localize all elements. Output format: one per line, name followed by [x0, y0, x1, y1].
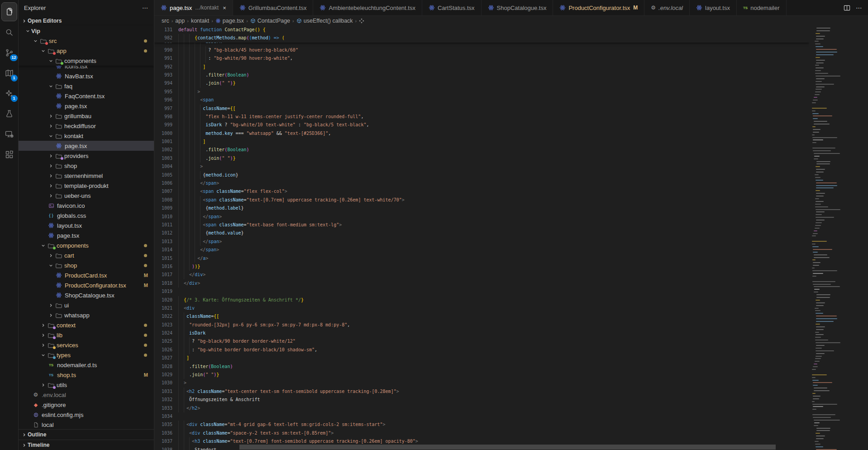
tree-item-globals-css[interactable]: { }globals.css [19, 211, 154, 220]
tree-item-label: eslint.config.mjs [42, 412, 83, 418]
tree-item-label: shop [64, 163, 77, 169]
tree-item-label: globals.css [57, 212, 86, 219]
react-file-icon [488, 5, 494, 11]
tree-item-page-tsx[interactable]: page.tsx [19, 141, 154, 151]
tree-item-components[interactable]: components [19, 56, 154, 66]
activitybar-item-chat[interactable]: 1 [1, 84, 17, 103]
tab-label: layout.tsx [705, 5, 730, 11]
tree-item-types[interactable]: types [19, 350, 154, 360]
tree-item-utils[interactable]: utils [19, 380, 154, 390]
tree-item-ueber-uns[interactable]: ueber-uns [19, 191, 154, 201]
tab-nodemailer[interactable]: TSnodemailer [737, 0, 787, 15]
tree-item-grillumbau[interactable]: grillumbau [19, 111, 154, 121]
tree-item-navbar-tsx[interactable]: NavBar.tsx [19, 71, 154, 81]
folder-icon [47, 381, 55, 388]
tree-item-page-tsx[interactable]: page.tsx [19, 230, 154, 240]
tree-item-gitignore[interactable]: ◆.gitignore [19, 400, 154, 410]
tree-item-layout-tsx[interactable]: layout.tsx [19, 220, 154, 230]
tree-item-app[interactable]: app [19, 46, 154, 56]
tree-item-shop[interactable]: shop [19, 161, 154, 171]
tree-item-vip[interactable]: Vip [19, 26, 154, 36]
indent-guides [178, 204, 205, 212]
tab-grillumbaucontent-tsx[interactable]: GrillumbauContent.tsx [233, 0, 314, 15]
tree-item-productcard-tsx[interactable]: ProductCard.tsxM [19, 270, 154, 280]
tree-item-kontakt[interactable]: kontakt [19, 131, 154, 141]
close-icon[interactable]: × [223, 5, 226, 11]
vertical-scrollbar[interactable] [863, 26, 868, 450]
tree-item-services[interactable]: services [19, 340, 154, 350]
breadcrumb-item-contactpage[interactable]: ContactPage [250, 18, 290, 24]
breadcrumb-item-page-tsx[interactable]: page.tsx [215, 18, 244, 24]
minimap-line [814, 422, 820, 423]
code-text: <span className="text-[0.7rem] uppercase… [203, 196, 405, 204]
activitybar-item-explorer[interactable] [1, 2, 17, 21]
tab-productconfigurator-tsx[interactable]: ProductConfigurator.tsxM [553, 0, 644, 15]
react-file-icon [429, 5, 435, 11]
tree-item-productconfigurator-tsx[interactable]: ProductConfigurator.tsxM [19, 280, 154, 290]
tree-item-label: lib [57, 332, 62, 339]
tree-item-shop-ts[interactable]: TSshop.tsM [19, 370, 154, 380]
code-editor[interactable]: 131default function ContactPage() {982{c… [154, 26, 809, 450]
minimap-line [816, 62, 824, 63]
tab-env-local[interactable]: ⚙.env.local [644, 0, 690, 15]
tab-page-tsx[interactable]: page.tsx.../kontakt× [154, 0, 233, 15]
activitybar-item-search[interactable] [1, 23, 17, 42]
code-line-1007: 1007<span className="flex flex-col"> [154, 187, 809, 196]
editor-more-actions-icon[interactable]: ⋯ [856, 4, 863, 11]
activitybar-item-map[interactable]: 1 [1, 63, 17, 82]
horizontal-scrollbar[interactable] [239, 445, 776, 450]
chevron-down-icon [39, 47, 47, 54]
more-actions-icon[interactable]: ⋯ [142, 5, 148, 11]
sticky-scroll-lines[interactable]: 131default function ContactPage() {982{c… [154, 26, 809, 43]
tree-item-shop[interactable]: shop [19, 260, 154, 270]
breadcrumb-item-kontakt[interactable]: kontakt [191, 18, 209, 24]
chevron-down-icon [47, 82, 54, 90]
split-editor-icon[interactable] [844, 5, 850, 11]
tree-item-eslint-config-mjs[interactable]: eslint.config.mjs [19, 410, 154, 420]
activitybar-item-remote[interactable] [1, 124, 17, 144]
tab-shopcatalogue-tsx[interactable]: ShopCatalogue.tsx [482, 0, 553, 15]
tree-item-heckdiffusor[interactable]: heckdiffusor [19, 121, 154, 131]
tree-item-ui[interactable]: ui [19, 300, 154, 310]
tree-item-faq[interactable]: faq [19, 81, 154, 91]
tree-item-src[interactable]: src [19, 36, 154, 46]
code-text: </a> [197, 254, 208, 263]
outline-section[interactable]: Outline [19, 429, 154, 440]
breadcrumb-item-src[interactable]: src [162, 18, 169, 24]
tree-item-nodemailer-d-ts[interactable]: TSnodemailer.d.ts [19, 360, 154, 370]
tree-item-context[interactable]: context [19, 320, 154, 330]
minimap-line [816, 313, 823, 314]
tree-item-faqcontent-tsx[interactable]: FaqContent.tsx [19, 91, 154, 101]
tree-item-page-tsx[interactable]: page.tsx [19, 101, 154, 111]
breadcrumb-item-useeffect-callback[interactable]: useEffect() callback [296, 18, 353, 24]
breadcrumb-item-x[interactable] [359, 18, 364, 24]
tree-item-env-local[interactable]: ⚙.env.local [19, 390, 154, 400]
tree-item-shopcatalogue-tsx[interactable]: ShopCatalogue.tsx [19, 290, 154, 300]
tree-item-sternenhimmel[interactable]: sternenhimmel [19, 171, 154, 181]
tree-item-template-produkt[interactable]: template-produkt [19, 181, 154, 191]
tree-item-cart[interactable]: cart [19, 250, 154, 260]
tree-item-local[interactable]: local [19, 420, 154, 430]
minimap[interactable] [809, 26, 863, 450]
breadcrumb-item-app[interactable]: app [175, 18, 185, 24]
tree-item-components[interactable]: components [19, 240, 154, 250]
code-text: ? "bg-black/90 border border-white/12" [192, 337, 296, 345]
tree-item-lib[interactable]: lib [19, 330, 154, 340]
tree-item-label: Vip [31, 28, 40, 34]
timeline-section[interactable]: Timeline [19, 440, 154, 450]
activitybar-item-testing[interactable] [1, 104, 17, 123]
tree-item-whatsapp[interactable]: whatsapp [19, 310, 154, 320]
tree-item-providers[interactable]: providers [19, 151, 154, 161]
minimap-line [816, 334, 824, 335]
open-editors-section[interactable]: Open Editors [19, 16, 154, 26]
minimap-line [815, 337, 821, 338]
tab-cartstatus-tsx[interactable]: CartStatus.tsx [422, 0, 482, 15]
code-text: method.key === "whatsapp" && "text-[#25D… [205, 129, 331, 138]
tree-item-icons-tsx[interactable]: icons.tsx [19, 66, 154, 71]
tree-item-favicon-ico[interactable]: favicon.ico [19, 201, 154, 211]
tab-ambientebeleuchtungcontent-tsx[interactable]: AmbientebeleuchtungContent.tsx [313, 0, 422, 15]
tree-item-label: page.tsx [57, 232, 79, 239]
tab-layout-tsx[interactable]: layout.tsx [690, 0, 737, 15]
activitybar-item-source-control[interactable]: 12 [1, 43, 17, 62]
activitybar-item-extensions[interactable] [1, 145, 17, 164]
